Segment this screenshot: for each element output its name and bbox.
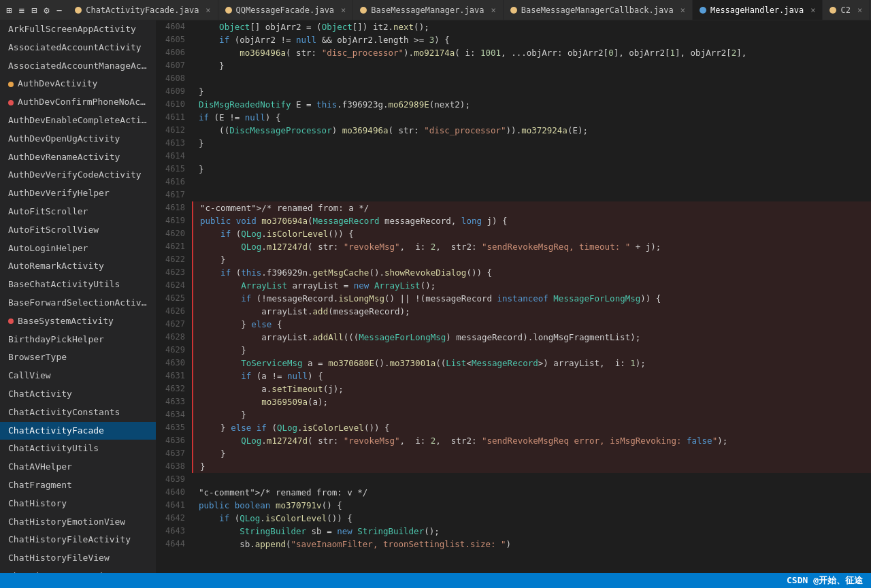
line-number-0: 4604 [157,20,185,33]
sidebar-item-28[interactable]: ChatHistoryFileActivity [0,531,156,549]
sidebar-item-9[interactable]: AuthDevVerifyHelper [0,184,156,203]
sidebar-item-8[interactable]: AuthDevVerifyCodeActivity [0,166,156,184]
sidebar-item-22[interactable]: ChatActivityFacade [0,422,156,440]
sidebar-item-25[interactable]: ChatFragment [0,476,156,495]
sidebar-item-label-11: AutoFitScrollView [8,225,99,235]
sidebar-item-label-2: AssociatedAccountManageActivity [8,61,156,71]
sidebar-item-label-6: AuthDevOpenUgActivity [8,133,120,144]
code-line-27: if (a != null) { [192,370,871,382]
tab-close-3[interactable]: × [680,5,685,15]
line-number-27: 4631 [157,370,185,382]
sidebar-item-7[interactable]: AuthDevRenameActivity [0,148,156,167]
line-number-10: 4614 [157,150,185,163]
sidebar-item-20[interactable]: ChatActivity [0,385,156,404]
sidebar-item-21[interactable]: ChatActivityConstants [0,404,156,422]
code-line-3: } [192,59,871,72]
line-number-5: 4609 [157,85,185,98]
line-number-37: 4641 [157,499,185,512]
code-line-16: if (QLog.isColorLevel()) { [192,227,871,240]
minimize-icon[interactable]: − [54,3,64,17]
code-line-2: mo369496a( str: "disc_processor").mo9217… [192,46,871,59]
split-v-icon[interactable]: ⊟ [29,3,39,17]
sidebar-item-18[interactable]: BrowserType [0,348,156,367]
sidebar-item-label-20: ChatActivity [8,389,72,399]
sidebar-item-label-14: BaseChatActivityUtils [8,279,120,289]
sidebar-item-label-1: AssociatedAccountActivity [8,42,142,52]
tab-5[interactable]: C2× [823,0,870,20]
sidebar-item-5[interactable]: AuthDevEnableCompleteActivity [0,112,156,130]
code-line-22: arrayList.add(messageRecord); [192,305,871,318]
sidebar-item-17[interactable]: BirthdayPickHelper [0,331,156,349]
code-line-8: ((DiscMessageProcessor) mo369496a( str: … [192,124,871,137]
sidebar-item-26[interactable]: ChatHistory [0,495,156,513]
sidebar-item-label-7: AuthDevRenameActivity [8,152,120,162]
sidebar-item-14[interactable]: BaseChatActivityUtils [0,276,156,294]
tab-close-4[interactable]: × [810,5,815,15]
code-line-4 [192,72,871,85]
tab-label-3: BaseMessageManagerCallback.java [521,5,674,15]
watermark: CSDN @开始、征途 [787,574,863,587]
code-line-20: ArrayList arrayList = new ArrayList(); [192,279,871,292]
tab-close-1[interactable]: × [341,5,346,15]
tab-4[interactable]: MessageHandler.java× [693,0,823,20]
sidebar-item-0[interactable]: ArkFullScreenAppActivity [0,20,156,39]
sidebar-item-30[interactable]: ChatHistoryImageView [0,568,156,573]
line-number-34: 4638 [157,460,185,473]
sidebar-item-label-15: BaseForwardSelectionActivity [8,297,156,308]
sidebar-item-16[interactable]: BaseSystemActivity [0,312,156,331]
sidebar-item-15[interactable]: BaseForwardSelectionActivity [0,294,156,312]
tab-close-0[interactable]: × [206,5,210,15]
sidebar-item-13[interactable]: AutoRemarkActivity [0,257,156,276]
code-line-21: if (!messageRecord.isLongMsg() || !(mess… [192,292,871,305]
sidebar-item-label-10: AutoFitScroller [8,206,88,216]
code-line-38: if (QLog.isColorLevel()) { [192,512,871,525]
tab-0[interactable]: ChatActivityFacade.java× [68,0,218,20]
line-number-6: 4610 [157,98,185,111]
code-line-39: StringBuilder sb = new StringBuilder(); [192,525,871,538]
dot-icon-16 [8,318,14,324]
sidebar-item-27[interactable]: ChatHistoryEmotionView [0,513,156,532]
sidebar-item-19[interactable]: CallView [0,367,156,385]
code-line-11: } [192,163,871,176]
line-number-30: 4634 [157,408,185,421]
sidebar-item-11[interactable]: AutoFitScrollView [0,221,156,240]
sidebar-item-23[interactable]: ChatActivityUtils [0,440,156,458]
code-line-10 [192,150,871,163]
tab-3[interactable]: BaseMessageManagerCallback.java× [504,0,693,20]
tab-icon-1 [225,7,232,14]
sidebar-item-29[interactable]: ChatHistoryFileView [0,549,156,568]
sidebar-item-3[interactable]: AuthDevActivity [0,75,156,93]
sidebar-item-4[interactable]: AuthDevConfirmPhoneNoActivity [0,93,156,112]
code-container[interactable]: 4604460546064607460846094610461146124613… [157,20,871,573]
code-line-19: if (this.f396929n.getMsgCache().showRevo… [192,266,871,279]
sidebar-item-10[interactable]: AutoFitScroller [0,203,156,221]
sidebar-item-6[interactable]: AuthDevOpenUgActivity [0,130,156,148]
code-line-6: DisMsgReadedNotify E = this.f396923g.mo6… [192,98,871,111]
line-number-17: 4621 [157,240,185,253]
line-number-36: 4640 [157,486,185,499]
line-number-21: 4625 [157,292,185,305]
sidebar-item-12[interactable]: AutoLoginHelper [0,240,156,258]
sidebar-item-2[interactable]: AssociatedAccountManageActivity [0,57,156,76]
sidebar-item-label-19: CallView [8,370,51,380]
sidebar-item-24[interactable]: ChatAVHelper [0,458,156,476]
line-number-4: 4608 [157,72,185,85]
line-number-39: 4643 [157,525,185,538]
sidebar-item-label-16: BaseSystemActivity [18,316,114,326]
code-line-17: QLog.m127247d( str: "revokeMsg", i: 2, s… [192,240,871,253]
tab-close-5[interactable]: × [857,5,862,15]
editor-area: 4604460546064607460846094610461146124613… [157,20,871,573]
sidebar-item-1[interactable]: AssociatedAccountActivity [0,39,156,57]
line-number-18: 4622 [157,253,185,266]
code-line-28: a.setTimeout(j); [192,382,871,395]
settings-icon[interactable]: ⚙ [42,3,51,17]
pin-icon[interactable]: ⊞ [4,3,14,17]
line-number-29: 4633 [157,395,185,408]
sidebar-item-label-0: ArkFullScreenAppActivity [8,24,136,34]
split-icon[interactable]: ≡ [16,3,26,17]
tab-close-2[interactable]: × [491,5,496,15]
tab-1[interactable]: QQMessageFacade.java× [218,0,354,20]
sidebar-item-label-23: ChatActivityUtils [8,443,99,453]
line-number-20: 4624 [157,279,185,292]
tab-2[interactable]: BaseMessageManager.java× [353,0,503,20]
